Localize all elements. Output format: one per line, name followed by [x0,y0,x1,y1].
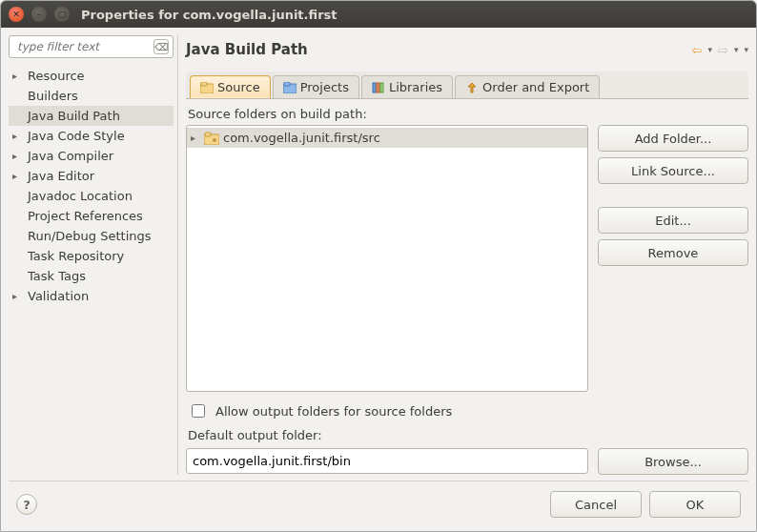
footer: ? Cancel OK [9,481,748,523]
libraries-icon [372,82,385,93]
tabstrip: SourceProjectsLibrariesOrder and Export [186,72,748,99]
source-icon [200,82,214,93]
maximize-icon[interactable]: ▢ [54,7,70,22]
panel-title: Java Build Path [186,41,692,58]
sidebar-item-run-debug-settings[interactable]: Run/Debug Settings [9,226,174,246]
sidebar-item-label: Builders [26,89,78,103]
close-icon[interactable]: ✕ [9,7,24,22]
sidebar-item-label: Task Tags [26,269,86,283]
source-folder-tree[interactable]: ▸com.vogella.junit.first/src [186,125,588,392]
sidebar-item-javadoc-location[interactable]: Javadoc Location [9,186,174,206]
tab-libraries[interactable]: Libraries [361,75,453,98]
svg-rect-1 [201,82,207,86]
svg-rect-5 [377,83,379,92]
nav-forward-menu-icon[interactable]: ▾ [734,46,739,54]
tab-order[interactable]: Order and Export [455,75,600,98]
sidebar-item-label: Java Compiler [26,149,113,163]
svg-rect-6 [380,83,383,92]
expand-arrow-icon: ▸ [12,151,26,161]
filter-input[interactable] [15,39,152,54]
panel: Java Build Path ⇦ ▾ ⇨ ▾ ▾ SourceProjects… [186,35,748,475]
sidebar-item-resource[interactable]: ▸Resource [9,66,174,86]
package-folder-icon [204,132,219,145]
tab-label: Order and Export [482,80,589,94]
expand-arrow-icon: ▸ [12,131,26,141]
tab-label: Source [217,80,260,94]
panel-header: Java Build Path ⇦ ▾ ⇨ ▾ ▾ [186,35,748,64]
order-icon [465,82,479,93]
allow-output-row[interactable]: Allow output folders for source folders [188,401,748,420]
sidebar-item-java-compiler[interactable]: ▸Java Compiler [9,146,174,166]
sidebar-item-builders[interactable]: Builders [9,86,174,106]
source-folder-item[interactable]: ▸com.vogella.junit.first/src [187,128,587,148]
expand-arrow-icon: ▸ [12,71,26,81]
sidebar-item-label: Resource [26,69,85,83]
minimize-icon[interactable]: – [31,7,47,22]
sidebar-item-project-references[interactable]: Project References [9,206,174,226]
dialog-body: ⌫ ▸ResourceBuildersJava Build Path▸Java … [1,28,756,531]
remove-button[interactable]: Remove [598,239,748,266]
sidebar-item-label: Java Editor [26,169,94,183]
svg-rect-8 [205,133,211,136]
sidebar-item-label: Task Repository [26,249,124,263]
default-output-label: Default output folder: [188,428,748,442]
tab-source-content: Source folders on build path: ▸com.vogel… [186,99,748,475]
sidebar-item-java-build-path[interactable]: Java Build Path [9,106,174,126]
sidebar-item-label: Java Code Style [26,129,125,143]
sidebar-item-task-tags[interactable]: Task Tags [9,266,174,286]
help-icon[interactable]: ? [16,494,37,515]
source-folders-label: Source folders on build path: [188,107,748,121]
dialog-window: ✕ – ▢ Properties for com.vogella.junit.f… [0,0,757,532]
source-button-column: Add Folder... Link Source... Edit... Rem… [598,125,748,392]
sidebar-item-label: Project References [26,209,143,223]
sidebar-item-label: Validation [26,289,89,303]
sidebar-item-label: Javadoc Location [26,189,133,203]
allow-output-label: Allow output folders for source folders [215,404,452,419]
projects-icon [283,82,297,93]
sidebar-item-label: Java Build Path [26,109,120,123]
svg-point-9 [213,138,216,142]
browse-button[interactable]: Browse... [598,448,748,475]
sidebar-tree[interactable]: ▸ResourceBuildersJava Build Path▸Java Co… [9,64,174,475]
allow-output-checkbox[interactable] [192,404,205,418]
filter-box[interactable]: ⌫ [9,35,174,58]
sidebar-item-java-code-style[interactable]: ▸Java Code Style [9,126,174,146]
source-folder-label: com.vogella.junit.first/src [223,131,380,145]
sidebar-item-label: Run/Debug Settings [26,229,152,243]
expand-arrow-icon: ▸ [12,171,26,181]
titlebar: ✕ – ▢ Properties for com.vogella.junit.f… [1,1,756,28]
svg-rect-4 [373,83,376,92]
link-source-button[interactable]: Link Source... [598,157,748,184]
view-menu-icon[interactable]: ▾ [744,46,748,54]
nav-forward-icon[interactable]: ⇨ [718,44,728,56]
cancel-button[interactable]: Cancel [550,491,642,518]
nav-back-menu-icon[interactable]: ▾ [708,46,713,54]
tab-projects[interactable]: Projects [273,75,359,98]
window-title: Properties for com.vogella.junit.first [81,8,338,22]
source-folder-row: ▸com.vogella.junit.first/src Add Folder.… [186,125,748,392]
button-spacer [598,190,748,201]
tab-label: Projects [300,80,349,94]
tab-label: Libraries [389,80,442,94]
sidebar-item-validation[interactable]: ▸Validation [9,286,174,306]
svg-rect-3 [284,82,290,86]
edit-button[interactable]: Edit... [598,207,748,234]
nav-icons: ⇦ ▾ ⇨ ▾ ▾ [692,44,748,56]
default-output-field[interactable] [186,448,588,474]
nav-back-icon[interactable]: ⇦ [692,44,703,56]
expand-arrow-icon: ▸ [191,133,204,143]
clear-filter-icon[interactable]: ⌫ [153,39,169,54]
default-output-row: Browse... [186,448,748,475]
add-folder-button[interactable]: Add Folder... [598,125,748,152]
sidebar-item-task-repository[interactable]: Task Repository [9,246,174,266]
expand-arrow-icon: ▸ [12,291,26,301]
sidebar-item-java-editor[interactable]: ▸Java Editor [9,166,174,186]
tab-source[interactable]: Source [190,75,271,98]
ok-button[interactable]: OK [649,491,741,518]
main-row: ⌫ ▸ResourceBuildersJava Build Path▸Java … [9,35,748,475]
sidebar: ⌫ ▸ResourceBuildersJava Build Path▸Java … [9,35,178,475]
